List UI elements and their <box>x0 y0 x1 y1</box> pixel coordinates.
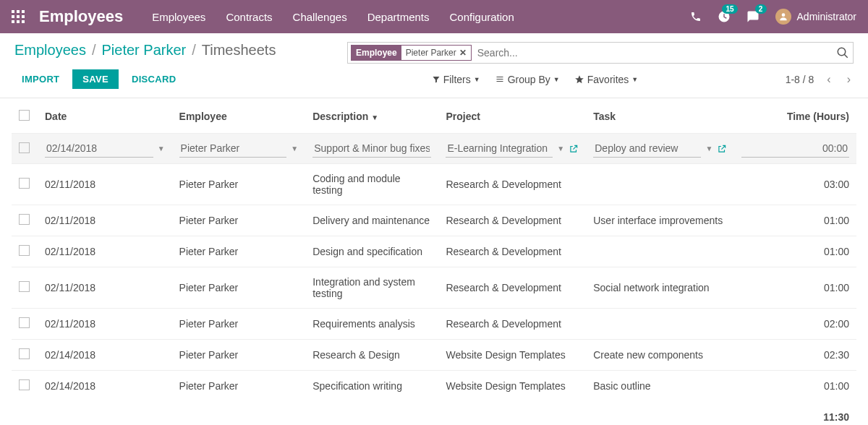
cell-project: Research & Development <box>438 236 586 267</box>
pager-range: 1-8 / 8 <box>786 74 814 85</box>
svg-rect-5 <box>496 81 503 82</box>
nav-item-departments[interactable]: Departments <box>367 11 430 23</box>
cell-time: 03:00 <box>734 164 856 205</box>
nav-item-contracts[interactable]: Contracts <box>226 11 272 23</box>
table-row[interactable]: 02/11/2018Pieter ParkerIntegration and s… <box>12 267 856 309</box>
nav-item-challenges[interactable]: Challenges <box>293 11 347 23</box>
cell-time: 01:00 <box>734 205 856 236</box>
cell-task <box>586 164 734 205</box>
search-chip-label: Employee <box>352 46 401 60</box>
row-checkbox[interactable] <box>19 317 30 328</box>
search-box[interactable]: Employee Pieter Parker ✕ <box>347 42 854 64</box>
cell-date: 02/11/2018 <box>38 205 172 236</box>
row-checkbox[interactable] <box>19 348 30 359</box>
pager: 1-8 / 8 ‹ › <box>786 73 854 86</box>
activity-icon[interactable]: 15 <box>718 10 731 23</box>
project-input[interactable] <box>446 139 553 158</box>
col-task[interactable]: Task <box>586 98 734 134</box>
cell-description: Coding and module testing <box>305 164 438 205</box>
breadcrumb-parent[interactable]: Pieter Parker <box>102 42 187 59</box>
row-checkbox[interactable] <box>19 214 30 225</box>
cell-task <box>586 309 734 340</box>
chevron-down-icon[interactable]: ▼ <box>158 145 165 153</box>
list-icon <box>495 75 505 84</box>
chevron-down-icon: ▼ <box>631 76 638 83</box>
select-all-checkbox[interactable] <box>19 110 30 121</box>
import-button[interactable]: IMPORT <box>14 69 67 89</box>
phone-icon[interactable] <box>690 11 702 22</box>
user-menu[interactable]: Administrator <box>775 9 856 25</box>
chevron-down-icon: ▼ <box>553 76 560 83</box>
cell-project: Research & Development <box>438 309 586 340</box>
col-employee[interactable]: Employee <box>172 98 306 134</box>
cell-description: Design and specification <box>305 236 438 267</box>
search-icon[interactable] <box>836 46 849 59</box>
search-chip-value: Pieter Parker <box>406 48 456 58</box>
col-time[interactable]: Time (Hours) <box>734 98 856 134</box>
pager-prev-icon[interactable]: ‹ <box>824 73 833 86</box>
col-description[interactable]: Description▼ <box>305 98 438 134</box>
table-wrap: Date Employee Description▼ Project Task … <box>0 98 868 425</box>
table-row[interactable]: 02/14/2018Pieter ParkerResearch & Design… <box>12 340 856 371</box>
messages-badge: 2 <box>755 4 767 14</box>
cell-time: 02:30 <box>734 340 856 371</box>
search-chip: Employee Pieter Parker ✕ <box>351 45 472 61</box>
date-input[interactable] <box>45 139 153 158</box>
save-button[interactable]: SAVE <box>72 69 119 89</box>
discard-button[interactable]: DISCARD <box>124 69 183 89</box>
col-project[interactable]: Project <box>438 98 586 134</box>
cell-project: Website Design Templates <box>438 340 586 371</box>
table-row[interactable]: 02/11/2018Pieter ParkerRequirements anal… <box>12 309 856 340</box>
chevron-down-icon[interactable]: ▼ <box>705 145 712 153</box>
cell-task: Basic outline <box>586 371 734 402</box>
breadcrumb-current: Timesheets <box>202 42 276 59</box>
table-row[interactable]: 02/11/2018Pieter ParkerDelivery and main… <box>12 205 856 236</box>
row-checkbox[interactable] <box>19 142 30 153</box>
funnel-icon <box>432 75 441 84</box>
cell-description: Delivery and maintenance <box>305 205 438 236</box>
row-checkbox[interactable] <box>19 178 30 189</box>
cell-date: 02/11/2018 <box>38 236 172 267</box>
cell-description: Research & Design <box>305 340 438 371</box>
apps-icon[interactable] <box>12 10 25 23</box>
task-input[interactable] <box>593 139 701 158</box>
chevron-down-icon: ▼ <box>474 76 480 83</box>
groupby-dropdown[interactable]: Group By ▼ <box>495 74 560 85</box>
employee-input[interactable] <box>179 139 287 158</box>
description-input[interactable] <box>312 139 431 158</box>
chevron-down-icon[interactable]: ▼ <box>291 145 298 153</box>
svg-rect-4 <box>496 79 503 80</box>
cell-time: 01:00 <box>734 236 856 267</box>
table-row-edit: ▼ ▼ ▼ ▼ <box>12 134 856 164</box>
external-link-icon[interactable] <box>569 144 579 154</box>
cell-project: Research & Development <box>438 164 586 205</box>
svg-point-1 <box>838 48 846 56</box>
cell-time: 02:00 <box>734 309 856 340</box>
search-chip-close-icon[interactable]: ✕ <box>459 48 467 58</box>
row-checkbox[interactable] <box>19 281 30 292</box>
nav-item-configuration[interactable]: Configuration <box>450 11 514 23</box>
messages-icon[interactable]: 2 <box>746 10 760 23</box>
cell-date: 02/14/2018 <box>38 371 172 402</box>
row-checkbox[interactable] <box>19 379 30 390</box>
svg-rect-3 <box>496 77 503 77</box>
table-row[interactable]: 02/11/2018Pieter ParkerCoding and module… <box>12 164 856 205</box>
time-input[interactable] <box>741 139 849 158</box>
favorites-dropdown[interactable]: Favorites ▼ <box>574 74 639 85</box>
col-date[interactable]: Date <box>38 98 172 134</box>
table-row[interactable]: 02/14/2018Pieter ParkerSpecification wri… <box>12 371 856 402</box>
table-row[interactable]: 02/11/2018Pieter ParkerDesign and specif… <box>12 236 856 267</box>
cell-date: 02/14/2018 <box>38 340 172 371</box>
filters-dropdown[interactable]: Filters ▼ <box>432 74 480 85</box>
cell-project: Research & Development <box>438 205 586 236</box>
nav-item-employees[interactable]: Employees <box>152 11 205 23</box>
cell-employee: Pieter Parker <box>172 309 306 340</box>
search-input[interactable] <box>472 47 850 59</box>
pager-next-icon[interactable]: › <box>844 73 854 86</box>
breadcrumb: Employees / Pieter Parker / Timesheets <box>14 42 276 59</box>
row-checkbox[interactable] <box>19 245 30 256</box>
cell-project: Website Design Templates <box>438 371 586 402</box>
breadcrumb-root[interactable]: Employees <box>14 42 86 59</box>
chevron-down-icon[interactable]: ▼ <box>557 145 564 153</box>
external-link-icon[interactable] <box>717 144 727 154</box>
